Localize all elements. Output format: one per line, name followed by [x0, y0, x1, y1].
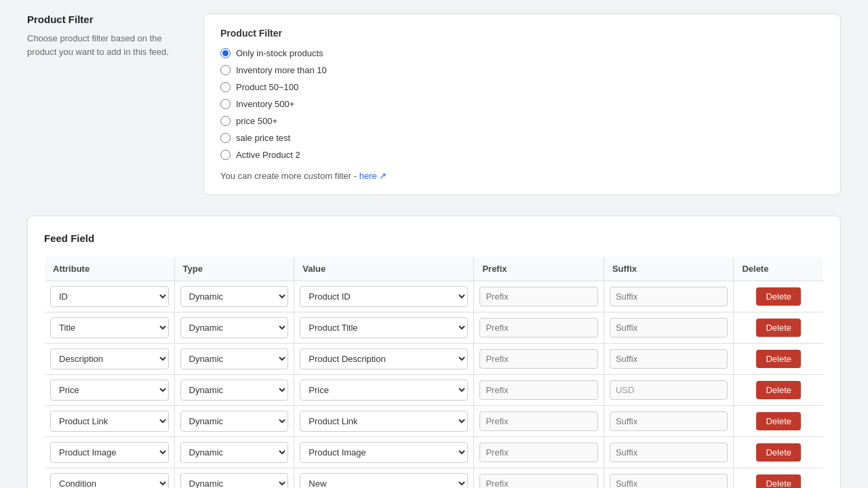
- col-header-suffix: Suffix: [604, 257, 734, 281]
- table-header-row: Attribute Type Value Prefix Suffix Delet…: [45, 257, 824, 281]
- delete-button-1[interactable]: Delete: [756, 319, 801, 337]
- col-header-prefix: Prefix: [474, 257, 604, 281]
- prefix-input-0[interactable]: [479, 287, 598, 306]
- table-row: DescriptionDynamicProduct DescriptionDel…: [45, 344, 824, 375]
- value-select-4[interactable]: Product Link: [300, 411, 468, 432]
- feed-table: Attribute Type Value Prefix Suffix Delet…: [44, 256, 824, 488]
- radio-input-6[interactable]: [220, 150, 231, 160]
- attribute-select-3[interactable]: Price: [50, 380, 169, 401]
- radio-input-0[interactable]: [220, 48, 231, 58]
- suffix-input-6[interactable]: [610, 474, 728, 488]
- delete-button-2[interactable]: Delete: [756, 350, 801, 368]
- table-row: IDDynamicProduct IDDelete: [45, 281, 824, 312]
- filter-left-panel: Product Filter Choose product filter bas…: [27, 14, 176, 195]
- type-select-2[interactable]: Dynamic: [180, 348, 289, 369]
- custom-filter-link[interactable]: here ↗: [359, 171, 387, 181]
- prefix-input-1[interactable]: [479, 318, 598, 338]
- value-select-5[interactable]: Product Image: [300, 442, 468, 463]
- radio-label-3: Inventory 500+: [236, 99, 294, 109]
- col-header-attribute: Attribute: [45, 257, 175, 281]
- type-select-0[interactable]: Dynamic: [180, 286, 289, 307]
- col-header-type: Type: [174, 257, 294, 281]
- radio-input-1[interactable]: [220, 65, 231, 75]
- col-header-value: Value: [294, 257, 474, 281]
- type-select-4[interactable]: Dynamic: [180, 411, 289, 432]
- filter-radio-group: Only in-stock productsInventory more tha…: [220, 48, 824, 160]
- attribute-select-0[interactable]: ID: [50, 286, 169, 307]
- radio-item-0[interactable]: Only in-stock products: [220, 48, 824, 58]
- radio-item-5[interactable]: sale price test: [220, 133, 824, 143]
- prefix-input-2[interactable]: [479, 349, 598, 369]
- filter-right-panel: Product Filter Only in-stock productsInv…: [203, 14, 841, 195]
- delete-button-5[interactable]: Delete: [756, 443, 801, 462]
- feed-field-title: Feed Field: [44, 232, 824, 244]
- radio-label-0: Only in-stock products: [236, 48, 323, 58]
- table-row: PriceDynamicPriceDelete: [45, 375, 824, 406]
- delete-button-6[interactable]: Delete: [756, 474, 801, 488]
- filter-left-title: Product Filter: [27, 14, 176, 25]
- radio-input-4[interactable]: [220, 116, 231, 126]
- filter-right-title: Product Filter: [220, 28, 824, 39]
- prefix-input-5[interactable]: [479, 443, 598, 462]
- value-select-3[interactable]: Price: [300, 380, 468, 401]
- custom-filter-note: You can create more custom filter - here…: [220, 171, 824, 181]
- product-filter-section: Product Filter Choose product filter bas…: [27, 14, 841, 195]
- prefix-input-4[interactable]: [479, 411, 598, 431]
- radio-label-2: Product 50~100: [236, 82, 298, 92]
- attribute-select-1[interactable]: Title: [50, 317, 169, 338]
- attribute-select-5[interactable]: Product Image: [50, 442, 169, 463]
- radio-item-2[interactable]: Product 50~100: [220, 82, 824, 92]
- suffix-input-2[interactable]: [610, 349, 728, 369]
- suffix-input-4[interactable]: [610, 411, 728, 431]
- radio-label-1: Inventory more than 10: [236, 65, 327, 75]
- radio-label-6: Active Product 2: [236, 150, 300, 160]
- prefix-input-6[interactable]: [479, 474, 598, 488]
- delete-button-0[interactable]: Delete: [756, 287, 801, 306]
- suffix-input-5[interactable]: [610, 443, 728, 462]
- type-select-6[interactable]: Dynamic: [180, 473, 289, 488]
- radio-item-6[interactable]: Active Product 2: [220, 150, 824, 160]
- table-row: ConditionDynamicNewDelete: [45, 468, 824, 489]
- type-select-5[interactable]: Dynamic: [180, 442, 289, 463]
- feed-table-body: IDDynamicProduct IDDeleteTitleDynamicPro…: [45, 281, 824, 489]
- type-select-3[interactable]: Dynamic: [180, 380, 289, 401]
- delete-button-4[interactable]: Delete: [756, 412, 801, 430]
- table-row: TitleDynamicProduct TitleDelete: [45, 312, 824, 344]
- radio-label-4: price 500+: [236, 116, 277, 126]
- radio-input-2[interactable]: [220, 82, 231, 92]
- value-select-6[interactable]: New: [300, 473, 468, 488]
- suffix-input-1[interactable]: [610, 318, 728, 338]
- suffix-input-0[interactable]: [610, 287, 728, 306]
- value-select-1[interactable]: Product Title: [300, 317, 468, 338]
- attribute-select-2[interactable]: Description: [50, 348, 169, 369]
- value-select-0[interactable]: Product ID: [300, 286, 468, 307]
- type-select-1[interactable]: Dynamic: [180, 317, 289, 338]
- prefix-input-3[interactable]: [479, 380, 598, 400]
- col-header-delete: Delete: [734, 257, 824, 281]
- radio-item-4[interactable]: price 500+: [220, 116, 824, 126]
- table-row: Product ImageDynamicProduct ImageDelete: [45, 437, 824, 468]
- filter-left-description: Choose product filter based on the produ…: [27, 32, 176, 58]
- radio-label-5: sale price test: [236, 133, 290, 143]
- radio-input-3[interactable]: [220, 99, 231, 109]
- delete-button-3[interactable]: Delete: [756, 381, 801, 399]
- radio-item-1[interactable]: Inventory more than 10: [220, 65, 824, 75]
- feed-field-section: Feed Field Attribute Type Value Prefix S…: [27, 216, 841, 488]
- attribute-select-4[interactable]: Product Link: [50, 411, 169, 432]
- value-select-2[interactable]: Product Description: [300, 348, 468, 369]
- table-row: Product LinkDynamicProduct LinkDelete: [45, 406, 824, 437]
- radio-input-5[interactable]: [220, 133, 231, 143]
- suffix-input-3[interactable]: [610, 380, 728, 400]
- attribute-select-6[interactable]: Condition: [50, 473, 169, 488]
- radio-item-3[interactable]: Inventory 500+: [220, 99, 824, 109]
